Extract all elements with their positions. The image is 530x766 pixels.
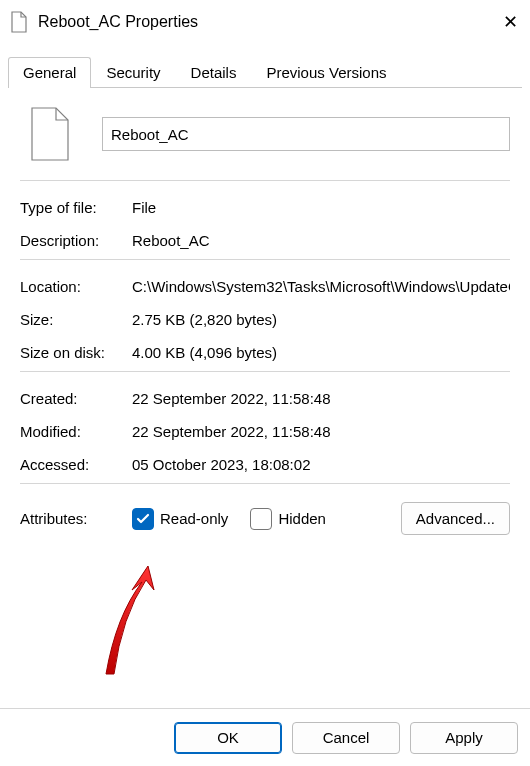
window-title: Reboot_AC Properties xyxy=(38,13,478,31)
tab-details[interactable]: Details xyxy=(176,57,252,88)
ok-button[interactable]: OK xyxy=(174,722,282,754)
attributes-label: Attributes: xyxy=(20,510,132,527)
description-value: Reboot_AC xyxy=(132,232,510,249)
filename-input[interactable] xyxy=(102,117,510,151)
size-on-disk-label: Size on disk: xyxy=(20,344,132,361)
size-label: Size: xyxy=(20,311,132,328)
created-label: Created: xyxy=(20,390,132,407)
size-on-disk-value: 4.00 KB (4,096 bytes) xyxy=(132,344,510,361)
tab-security[interactable]: Security xyxy=(91,57,175,88)
tab-previous-versions[interactable]: Previous Versions xyxy=(251,57,401,88)
file-header xyxy=(20,98,510,178)
dialog-footer: OK Cancel Apply xyxy=(0,708,530,766)
divider xyxy=(20,371,510,372)
file-icon xyxy=(10,11,28,33)
file-icon xyxy=(26,106,74,162)
description-label: Description: xyxy=(20,232,132,249)
cancel-button[interactable]: Cancel xyxy=(292,722,400,754)
accessed-label: Accessed: xyxy=(20,456,132,473)
location-value: C:\Windows\System32\Tasks\Microsoft\Wind… xyxy=(132,278,510,295)
tab-general[interactable]: General xyxy=(8,57,91,88)
titlebar: Reboot_AC Properties ✕ xyxy=(0,0,530,44)
type-value: File xyxy=(132,199,510,216)
advanced-button[interactable]: Advanced... xyxy=(401,502,510,535)
checkbox-box-icon xyxy=(132,508,154,530)
location-label: Location: xyxy=(20,278,132,295)
tab-label: General xyxy=(23,64,76,81)
accessed-value: 05 October 2023, 18:08:02 xyxy=(132,456,510,473)
hidden-label: Hidden xyxy=(278,510,326,527)
readonly-checkbox[interactable]: Read-only xyxy=(132,508,228,530)
hidden-checkbox[interactable]: Hidden xyxy=(250,508,326,530)
modified-label: Modified: xyxy=(20,423,132,440)
readonly-label: Read-only xyxy=(160,510,228,527)
tab-label: Details xyxy=(191,64,237,81)
tab-label: Security xyxy=(106,64,160,81)
properties-panel: Type of file: File Description: Reboot_A… xyxy=(8,88,522,694)
divider xyxy=(20,483,510,484)
type-label: Type of file: xyxy=(20,199,132,216)
apply-button[interactable]: Apply xyxy=(410,722,518,754)
checkbox-box-icon xyxy=(250,508,272,530)
tab-label: Previous Versions xyxy=(266,64,386,81)
tab-strip: General Security Details Previous Versio… xyxy=(8,54,522,88)
divider xyxy=(20,180,510,181)
modified-value: 22 September 2022, 11:58:48 xyxy=(132,423,510,440)
divider xyxy=(20,259,510,260)
size-value: 2.75 KB (2,820 bytes) xyxy=(132,311,510,328)
created-value: 22 September 2022, 11:58:48 xyxy=(132,390,510,407)
close-icon[interactable]: ✕ xyxy=(478,13,518,31)
attributes-row: Attributes: Read-only Hidden Advanced... xyxy=(20,494,510,535)
